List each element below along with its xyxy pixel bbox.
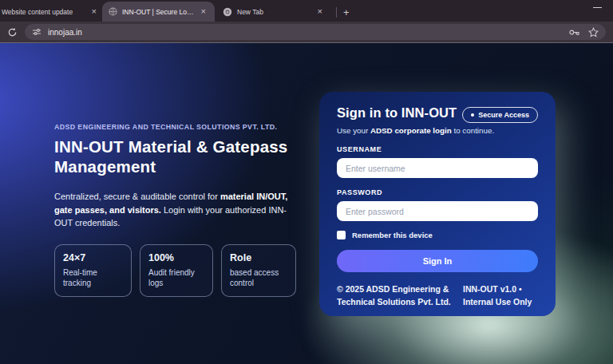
browser-window: Website content update × INN-OUT | Secur… [0, 0, 613, 364]
remember-device-row[interactable]: Remember this device [337, 231, 538, 239]
tab-title: Website content update [2, 8, 85, 16]
company-eyebrow: ADSD ENGINEERING AND TECHNICAL SOLUTIONS… [54, 123, 318, 131]
stat-subtitle: Audit friendly logs [148, 267, 204, 288]
sign-in-title: Sign in to INN-OUT [337, 105, 457, 121]
stat-card-role-access: Role based access control [221, 244, 296, 297]
sign-in-footer: © 2025 ADSD Engineering & Technical Solu… [337, 283, 538, 309]
copyright-text: © 2025 ADSD Engineering & Technical Solu… [337, 283, 455, 309]
dot-icon [471, 113, 474, 117]
badge-label: Secure Access [478, 111, 529, 119]
secure-access-badge: Secure Access [462, 107, 538, 123]
bookmark-star-icon[interactable] [588, 27, 599, 38]
tab-strip: Website content update × INN-OUT | Secur… [0, 0, 613, 22]
stat-subtitle: based access control [230, 267, 287, 288]
page-title: INN-OUT Material & Gatepass Management [54, 137, 318, 176]
globe-icon [108, 7, 117, 17]
url-input[interactable] [48, 28, 568, 37]
version-text: INN-OUT v1.0 • Internal Use Only [463, 283, 538, 309]
password-input[interactable] [337, 201, 538, 221]
tab-new-tab[interactable]: New Tab × [215, 2, 331, 22]
remember-label[interactable]: Remember this device [352, 231, 433, 239]
remember-checkbox[interactable] [337, 231, 346, 239]
tab-website-content-update[interactable]: Website content update × [0, 2, 102, 22]
stat-title: 24×7 [63, 252, 123, 263]
reload-icon[interactable] [7, 27, 18, 38]
close-icon[interactable]: × [315, 7, 325, 16]
subtitle-text: to continue. [452, 126, 494, 135]
site-settings-icon[interactable] [32, 27, 42, 37]
address-bar[interactable] [25, 24, 606, 40]
password-label: PASSWORD [337, 188, 538, 196]
sign-in-header: Sign in to INN-OUT Secure Access [337, 105, 538, 123]
chromium-icon [223, 7, 232, 17]
stat-subtitle: Real-time tracking [63, 267, 123, 288]
tab-inn-out-secure-login[interactable]: INN-OUT | Secure Login × [102, 2, 215, 22]
stat-card-row: 24×7 Real-time tracking 100% Audit frien… [54, 244, 318, 297]
hero-section: ADSD ENGINEERING AND TECHNICAL SOLUTIONS… [54, 123, 318, 297]
tab-title: New Tab [237, 8, 310, 16]
tab-separator [336, 7, 337, 18]
description-text: Centralized, secure & auditable control … [54, 192, 220, 201]
sign-in-button[interactable]: Sign In [337, 250, 538, 272]
new-tab-button[interactable]: + [338, 6, 354, 18]
password-key-icon[interactable] [568, 28, 580, 37]
stat-card-realtime: 24×7 Real-time tracking [54, 244, 132, 297]
minimize-button[interactable] [593, 7, 602, 8]
close-icon[interactable]: × [199, 7, 208, 16]
hero-description: Centralized, secure & auditable control … [54, 190, 305, 230]
stat-card-audit: 100% Audit friendly logs [140, 244, 213, 297]
browser-toolbar [0, 22, 613, 43]
username-label: USERNAME [337, 145, 538, 153]
sign-in-card: Sign in to INN-OUT Secure Access Use you… [319, 92, 556, 316]
close-icon[interactable]: × [89, 7, 99, 16]
subtitle-text: Use your [337, 126, 370, 135]
username-input[interactable] [337, 158, 538, 178]
stat-title: 100% [148, 252, 204, 263]
stat-title: Role [230, 252, 287, 263]
sign-in-subtitle: Use your ADSD corporate login to continu… [337, 126, 538, 135]
subtitle-bold-text: ADSD corporate login [370, 126, 452, 135]
tab-title: INN-OUT | Secure Login [122, 8, 194, 16]
login-page: ADSD ENGINEERING AND TECHNICAL SOLUTIONS… [0, 43, 613, 364]
